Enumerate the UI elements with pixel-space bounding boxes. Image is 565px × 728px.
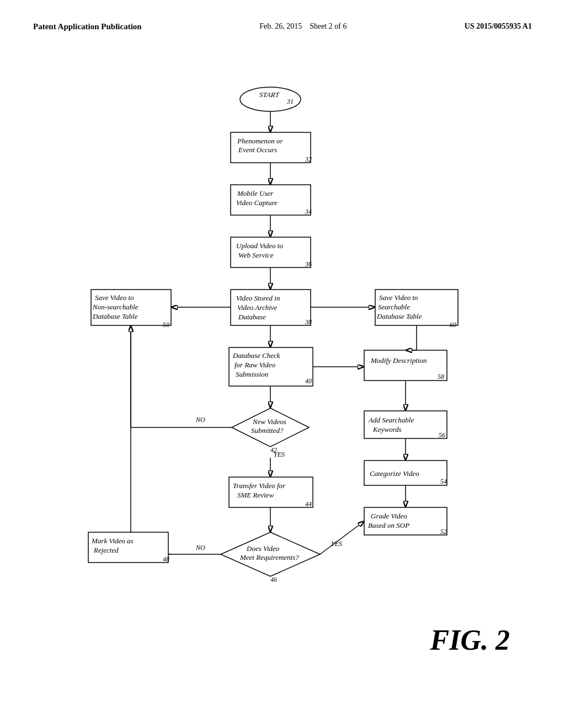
svg-text:Database Check: Database Check: [232, 351, 280, 360]
svg-text:Upload Video to: Upload Video to: [236, 242, 283, 250]
svg-text:48: 48: [163, 555, 169, 563]
page-header: Patent Application Publication Feb. 26, …: [0, 0, 565, 31]
svg-text:Phenomenon or: Phenomenon or: [237, 137, 284, 145]
svg-text:Video Capture: Video Capture: [236, 199, 278, 207]
svg-text:Database Table: Database Table: [376, 312, 422, 320]
svg-text:58: 58: [438, 373, 444, 381]
svg-text:NO: NO: [195, 416, 205, 424]
add-keywords-node: [364, 411, 447, 438]
svg-text:Keywords: Keywords: [372, 425, 402, 433]
svg-text:Modify Description: Modify Description: [370, 356, 427, 365]
svg-text:31: 31: [286, 98, 294, 105]
svg-text:50: 50: [163, 321, 169, 329]
modify-node: [364, 350, 447, 381]
svg-line-74: [320, 521, 364, 554]
svg-text:Event Occurs: Event Occurs: [238, 146, 277, 154]
svg-text:Non-searchable: Non-searchable: [92, 303, 138, 311]
svg-text:46: 46: [270, 576, 277, 584]
svg-text:YES: YES: [331, 540, 342, 548]
svg-text:Meet Requirements?: Meet Requirements?: [239, 553, 299, 561]
svg-text:Mobile User: Mobile User: [237, 189, 274, 197]
svg-text:New Videos: New Videos: [252, 417, 286, 426]
svg-text:Add Searchable: Add Searchable: [368, 416, 414, 424]
svg-text:Categorize Video: Categorize Video: [370, 469, 419, 478]
svg-text:Database: Database: [238, 313, 266, 321]
svg-text:Submitted?: Submitted?: [251, 426, 284, 435]
svg-text:52: 52: [440, 528, 447, 536]
diagram-area: text { font-family: 'Times New Roman', T…: [0, 55, 565, 662]
svg-text:44: 44: [305, 500, 312, 508]
svg-text:Based on SOP: Based on SOP: [368, 521, 409, 529]
svg-text:NO: NO: [195, 544, 205, 552]
svg-text:Submission: Submission: [236, 370, 268, 378]
flowchart-svg: text { font-family: 'Times New Roman', T…: [0, 55, 565, 662]
svg-text:Video Archive: Video Archive: [237, 303, 278, 312]
svg-text:60: 60: [450, 321, 456, 329]
svg-text:36: 36: [305, 260, 312, 268]
svg-text:SME Review: SME Review: [237, 491, 274, 499]
svg-text:Mark Video as: Mark Video as: [91, 537, 134, 545]
svg-text:Save Video to: Save Video to: [379, 293, 418, 302]
header-right: US 2015/0055935 A1: [465, 22, 532, 31]
svg-text:START: START: [259, 90, 280, 99]
svg-text:Database Table: Database Table: [92, 312, 138, 320]
svg-text:Save Video to: Save Video to: [95, 293, 134, 302]
svg-text:54: 54: [440, 478, 447, 485]
svg-text:56: 56: [439, 431, 445, 439]
header-center: Feb. 26, 2015 Sheet 2 of 6: [259, 22, 347, 31]
svg-text:Searchable: Searchable: [378, 303, 410, 311]
svg-text:YES: YES: [274, 451, 285, 458]
svg-text:38: 38: [305, 318, 312, 326]
svg-text:Web Service: Web Service: [238, 251, 274, 259]
fig-label: FIG. 2: [430, 624, 510, 656]
svg-text:for Raw Video: for Raw Video: [234, 361, 276, 369]
svg-text:Does Video: Does Video: [246, 544, 280, 553]
svg-text:40: 40: [305, 377, 312, 385]
svg-text:Grade Video: Grade Video: [371, 512, 407, 520]
svg-text:34: 34: [305, 208, 312, 216]
svg-text:32: 32: [305, 156, 312, 163]
svg-text:Rejected: Rejected: [93, 546, 119, 554]
header-left: Patent Application Publication: [33, 22, 142, 31]
svg-text:Transfer Video for: Transfer Video for: [233, 481, 286, 490]
svg-text:Video Stored in: Video Stored in: [236, 294, 280, 302]
